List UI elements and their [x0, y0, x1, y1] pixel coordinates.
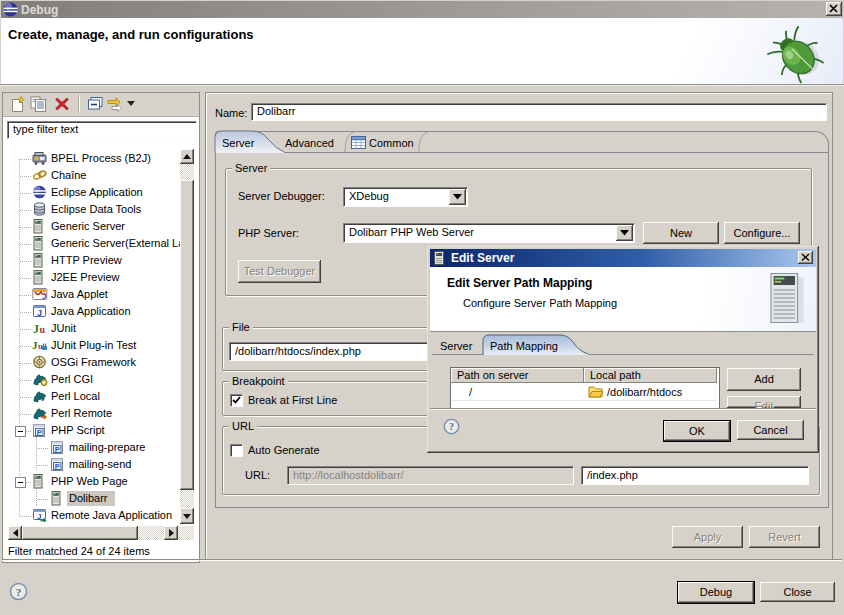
svg-text:?: ? — [16, 586, 22, 598]
svg-text:u: u — [40, 324, 46, 335]
svg-text:J: J — [42, 292, 46, 301]
svg-text:J: J — [37, 308, 42, 318]
svg-text:J: J — [37, 512, 41, 521]
svg-text:P: P — [55, 462, 60, 471]
svg-text:?: ? — [449, 421, 454, 432]
svg-text:P: P — [37, 428, 42, 437]
svg-text:J: J — [33, 322, 39, 336]
svg-text:P: P — [55, 445, 60, 454]
